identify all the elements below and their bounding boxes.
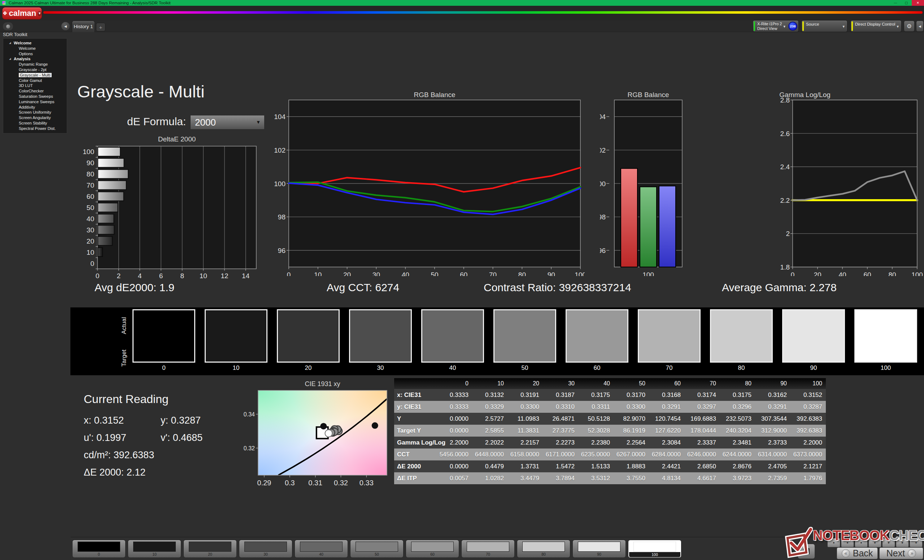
tab-history-1[interactable]: History 1 xyxy=(72,21,95,32)
sidebar-item-welcome[interactable]: ◢Welcome xyxy=(3,40,67,46)
svg-text:90: 90 xyxy=(87,159,94,167)
media-button-5[interactable]: ● xyxy=(882,538,895,547)
current-reading-title: Current Reading xyxy=(84,392,168,406)
display-control-label: Direct Display Control xyxy=(855,22,895,26)
svg-text:2.2: 2.2 xyxy=(780,197,790,204)
svg-text:8: 8 xyxy=(180,272,184,279)
workspace-toggle[interactable] xyxy=(3,22,13,30)
meter-dropdown[interactable]: X-Rite i1Pro 2 Direct View ▾ 238 xyxy=(753,20,799,32)
meter-count-badge[interactable]: 238 xyxy=(788,22,797,31)
media-button-3[interactable]: ● xyxy=(855,538,868,547)
media-button-2[interactable]: ● xyxy=(841,538,854,547)
calman-menu-button[interactable]: ❖ calman ▼ xyxy=(2,7,42,19)
pattern-button-10[interactable]: 10 xyxy=(128,540,181,558)
svg-text:100: 100 xyxy=(600,180,606,188)
svg-text:80: 80 xyxy=(888,271,896,276)
collapse-panel-button[interactable]: ◀ xyxy=(916,21,924,32)
media-button-1[interactable]: ● xyxy=(827,538,840,547)
pattern-swatch xyxy=(411,542,454,552)
sidebar-item-label: Analysis xyxy=(14,57,30,61)
close-button[interactable]: ✕ xyxy=(912,0,924,6)
sidebar-item-color-gamut[interactable]: Color Gamut xyxy=(3,78,67,83)
sidebar-item-screen-stability[interactable]: Screen Stability xyxy=(3,121,67,126)
stop-button[interactable] xyxy=(798,544,815,559)
sidebar-item-saturation-sweeps[interactable]: Saturation Sweeps xyxy=(3,94,67,99)
sidebar-item-analysis[interactable]: ◢Analysis xyxy=(3,56,67,62)
de-formula-select[interactable]: 2000 ▼ xyxy=(190,115,265,130)
media-button-4[interactable]: ● xyxy=(868,538,881,547)
meter-mode: Direct View xyxy=(757,26,777,31)
sidebar-item-welcome[interactable]: Welcome xyxy=(3,46,67,51)
sidebar-item-label: Spectral Power Dist. xyxy=(19,126,56,130)
pattern-button-0[interactable]: 0 xyxy=(72,540,126,558)
pattern-button-30[interactable]: 30 xyxy=(239,540,292,558)
calman-logo-text: calman xyxy=(9,9,36,18)
settings-button[interactable]: ⚙ xyxy=(904,21,915,32)
rgb-balance-bar-chart: 9698100102104100RGB Balance xyxy=(600,90,688,276)
table-row-cct: CCT5456.00006448.00006158.00006171.00006… xyxy=(394,449,826,460)
sidebar-item-screen-uniformity[interactable]: Screen Uniformity xyxy=(3,110,67,115)
svg-text:60: 60 xyxy=(863,271,871,276)
expander-icon[interactable]: ◢ xyxy=(9,40,11,46)
minimize-button[interactable]: — xyxy=(890,0,901,6)
pattern-button-50[interactable]: 50 xyxy=(350,540,404,558)
maximize-button[interactable]: ▢ xyxy=(901,0,912,6)
sidebar-item-grayscale-2pt[interactable]: Grayscale - 2pt xyxy=(3,67,67,72)
chevron-down-icon: ▼ xyxy=(256,115,261,129)
svg-text:70: 70 xyxy=(87,181,94,189)
swatch-level-label: 0 xyxy=(132,364,195,372)
reading-v: v': 0.4685 xyxy=(160,432,202,443)
rgb-balance-line-chart: 96981001021040102030405060708090100RGB B… xyxy=(274,90,585,276)
next-button[interactable]: Next » xyxy=(879,547,923,559)
sidebar-item-options[interactable]: Options xyxy=(3,51,67,57)
pattern-level-label: 90 xyxy=(573,552,626,557)
sidebar-item-label: Luminance Sweeps xyxy=(19,100,54,104)
pattern-swatch xyxy=(633,542,676,552)
sidebar-item-dynamic-range[interactable]: Dynamic Range xyxy=(3,62,67,67)
pattern-button-90[interactable]: 90 xyxy=(573,540,626,558)
grayscale-swatch-60 xyxy=(566,309,628,362)
sidebar-item-screen-angularity[interactable]: Screen Angularity xyxy=(3,115,67,121)
swatch-level-label: 80 xyxy=(710,364,773,372)
pattern-button-100[interactable]: 100 xyxy=(628,540,681,558)
sidebar-item-colorchecker[interactable]: ColorChecker xyxy=(3,88,67,94)
back-button[interactable]: « Back xyxy=(837,547,878,559)
sidebar-item-3d-lut[interactable]: 3D LUT xyxy=(3,83,67,88)
pattern-swatch xyxy=(133,542,176,552)
add-tab-button[interactable]: + xyxy=(96,23,105,31)
pattern-button-20[interactable]: 20 xyxy=(183,540,237,558)
source-dropdown[interactable]: Source ▾ xyxy=(801,20,848,32)
svg-text:40: 40 xyxy=(402,271,409,276)
sidebar-item-grayscale-multi[interactable]: Grayscale - Multi xyxy=(3,72,67,78)
sidebar-item-additivity[interactable]: Additivity xyxy=(3,105,67,110)
pattern-button-row: 0102030405060708090100 xyxy=(72,540,681,558)
media-button-6[interactable]: ● xyxy=(896,538,909,547)
svg-text:100: 100 xyxy=(574,271,585,276)
pattern-level-label: 40 xyxy=(295,552,348,557)
svg-text:90: 90 xyxy=(548,271,555,276)
table-row-e-itp: ΔE ITP0.00571.02823.44793.78943.53123.75… xyxy=(394,472,826,484)
svg-text:0.32: 0.32 xyxy=(334,479,348,487)
media-button-7[interactable]: ● xyxy=(910,538,922,547)
de-formula-label: dE Formula: xyxy=(127,115,186,128)
sidebar-item-label: Color Gamut xyxy=(19,78,42,82)
svg-text:40: 40 xyxy=(87,215,94,223)
svg-text:2: 2 xyxy=(786,230,790,237)
collapse-sidebar-button[interactable]: ◀ xyxy=(62,22,70,30)
pattern-button-60[interactable]: 60 xyxy=(406,540,459,558)
display-control-dropdown[interactable]: Direct Display Control ▾ xyxy=(850,20,902,32)
sidebar-item-luminance-sweeps[interactable]: Luminance Sweeps xyxy=(3,99,67,105)
table-column-header: 20 xyxy=(507,380,543,387)
pattern-button-80[interactable]: 80 xyxy=(517,540,570,558)
svg-text:30: 30 xyxy=(372,271,380,276)
pattern-button-70[interactable]: 70 xyxy=(461,540,515,558)
page-title: Grayscale - Multi xyxy=(77,82,205,101)
source-label: Source xyxy=(806,22,819,26)
pattern-swatch xyxy=(78,542,120,552)
sidebar-item-spectral-power-dist[interactable]: Spectral Power Dist. xyxy=(3,126,67,131)
reading-x: x: 0.3152 xyxy=(84,415,124,426)
expander-icon[interactable]: ◢ xyxy=(9,56,11,62)
media-glyph-icon: ● xyxy=(888,541,890,545)
pattern-button-40[interactable]: 40 xyxy=(294,540,348,558)
svg-text:2: 2 xyxy=(117,272,120,279)
